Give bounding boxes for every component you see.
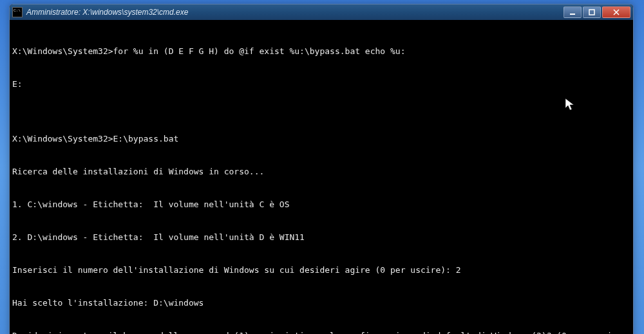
terminal-line: E: [12,79,630,89]
maximize-button[interactable] [583,6,601,18]
terminal-line: 2. D:\windows - Etichetta: Il volume nel… [12,232,630,243]
terminal-line: Ricerca delle installazioni di Windows i… [12,166,630,177]
terminal-line: Hai scelto l'installazione: D:\windows [12,297,630,308]
terminal-line: Inserisci il numero dell'installazione d… [12,264,630,275]
titlebar[interactable]: Amministratore: X:\windows\system32\cmd.… [10,5,633,20]
cmd-icon [12,7,23,17]
terminal-line: X:\Windows\System32>E:\bypass.bat [12,133,630,144]
terminal-output[interactable]: X:\Windows\System32>for %u in (D E F G H… [10,20,633,334]
minimize-button[interactable] [564,6,582,18]
close-button[interactable] [602,6,630,18]
svg-rect-0 [570,14,575,15]
svg-rect-1 [589,10,594,15]
cmd-window: Amministratore: X:\windows\system32\cmd.… [9,4,634,334]
terminal-line: 1. C:\windows - Etichetta: Il volume nel… [12,199,630,210]
terminal-line: Desideri impostare il bypass della passw… [12,330,630,334]
terminal-line: X:\Windows\System32>for %u in (D E F G H… [12,46,630,57]
window-title: Amministratore: X:\windows\system32\cmd.… [26,8,564,17]
window-controls [564,6,630,18]
